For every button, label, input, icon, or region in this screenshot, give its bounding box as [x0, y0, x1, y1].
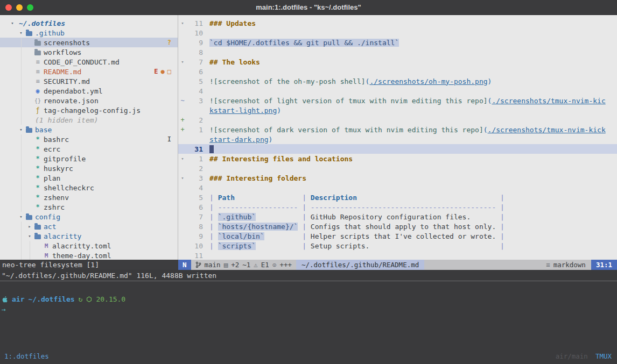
editor-line[interactable]: 5![screenshot of the oh-my-posh shell](.…: [178, 76, 617, 86]
tree-item-dotfiles[interactable]: ▾~/.dotfiles: [0, 18, 178, 28]
indent-guide: [9, 154, 17, 163]
tree-item-label: zshenv: [44, 194, 69, 202]
tree-item-badges: E●□: [154, 68, 171, 75]
dependabot-icon: ◉: [33, 87, 42, 95]
tree-item-label: config: [35, 213, 60, 221]
editor-line[interactable]: 9| `local/bin` | Helper scripts that I'v…: [178, 231, 617, 241]
line-segment: ![screenshot of dark version of tmux wit…: [209, 126, 483, 134]
shell-file-icon: *: [33, 184, 42, 191]
close-button-icon[interactable]: [5, 4, 12, 11]
editor-line[interactable]: ~3![screenshot of light version of tmux …: [178, 96, 617, 105]
editor-line[interactable]: ▾1## Interesting files and locations: [178, 154, 617, 163]
git-branch-icon: [195, 261, 201, 268]
line-segment: (: [483, 126, 488, 134]
expander-arrow-icon[interactable]: ▾: [17, 30, 25, 35]
editor-line[interactable]: 11: [178, 251, 617, 260]
editor-line[interactable]: 6| ------------------- | ---------------…: [178, 202, 617, 212]
editor-line[interactable]: 2: [178, 163, 617, 173]
shell-pane[interactable]: air ~/.dotfiles ↻ 20.15.0 →: [0, 282, 617, 350]
tree-item-github[interactable]: ▾.github: [0, 28, 178, 38]
editor-line[interactable]: ▾7## The looks: [178, 57, 617, 67]
tree-item-security-md[interactable]: ≡SECURITY.md: [0, 76, 178, 86]
line-number: 2: [187, 165, 203, 173]
tree-item-plan[interactable]: *plan: [0, 173, 178, 183]
editor-line[interactable]: 8| `hosts/{hostname}/` | Configs that sh…: [178, 222, 617, 231]
gutter-sign-icon: ~: [178, 97, 187, 104]
editor-line[interactable]: 4: [178, 86, 617, 96]
line-number: 7: [187, 58, 203, 66]
editor-line[interactable]: 9`cd $HOME/.dotfiles && git pull && ./in…: [178, 38, 617, 47]
editor-line[interactable]: ▾3### Interesting folders: [178, 173, 617, 183]
shell-file-icon: *: [33, 194, 42, 201]
tree-item-label: base: [35, 126, 52, 134]
tree-item-gitprofile[interactable]: *gitprofile: [0, 154, 178, 163]
tree-item-screenshots[interactable]: screenshots?: [0, 38, 178, 47]
diff-changed-count: ~1: [242, 261, 250, 269]
expander-arrow-icon[interactable]: ▾: [17, 127, 25, 132]
tree-item-alacritty-toml[interactable]: Malacritty.toml: [0, 241, 178, 251]
tmux-right-segment: air/main TMUX: [556, 352, 612, 360]
line-text: ![screenshot of dark version of tmux wit…: [209, 126, 606, 134]
tree-item-renovate-json[interactable]: {}renovate.json: [0, 96, 178, 105]
tree-item-base[interactable]: ▾base: [0, 125, 178, 134]
tmux-window-name[interactable]: 1:.dotfiles: [4, 352, 49, 360]
tree-item-label: shellcheckrc: [44, 184, 94, 192]
tree-item-config[interactable]: ▾config: [0, 212, 178, 222]
tree-item-dependabot-yml[interactable]: ◉dependabot.yml: [0, 86, 178, 96]
git-branch-name: main: [205, 261, 221, 269]
editor-line[interactable]: ▾11### Updates: [178, 18, 617, 28]
editor-pane[interactable]: ▾11### Updates109`cd $HOME/.dotfiles && …: [178, 15, 617, 260]
line-segment: |: [357, 194, 504, 202]
expander-arrow-icon[interactable]: ▸: [26, 224, 33, 229]
editor-line[interactable]: start-dark.png): [178, 134, 617, 144]
tree-item-1-hidden-item[interactable]: (1 hidden item): [0, 115, 178, 125]
editor-line[interactable]: 6: [178, 67, 617, 76]
editor-line[interactable]: kstart-light.png): [178, 105, 617, 115]
editor-line[interactable]: +2: [178, 115, 617, 125]
editor-line[interactable]: 10| `scripts` | Setup scripts. |: [178, 241, 617, 251]
editor-cursor-line[interactable]: 31: [178, 144, 617, 154]
tree-item-huskyrc[interactable]: *huskyrc: [0, 163, 178, 173]
tree-item-readme-md[interactable]: ≡README.mdE●□: [0, 67, 178, 76]
tree-item-zshenv[interactable]: *zshenv: [0, 192, 178, 202]
expander-arrow-icon[interactable]: ▾: [17, 214, 25, 219]
tree-item-zshrc[interactable]: *zshrc: [0, 202, 178, 212]
editor-line[interactable]: 7| `.github` | GitHub Repository configu…: [178, 212, 617, 222]
indent-guide: [17, 134, 26, 144]
expander-arrow-icon[interactable]: ▾: [26, 233, 33, 239]
tree-item-code-of-conduct-md[interactable]: ≡CODE_OF_CONDUCT.md: [0, 57, 178, 67]
folder-icon: [33, 233, 42, 239]
tree-item-tag-changelog-config-js[interactable]: ƒtag-changelog-config.js: [0, 105, 178, 115]
expander-arrow-icon[interactable]: ▾: [9, 20, 16, 26]
shell-file-icon: *: [33, 203, 42, 211]
line-number: 9: [187, 39, 203, 47]
indent-guide: [17, 47, 26, 57]
editor-line[interactable]: 5| Path | Description |: [178, 192, 617, 202]
editor-line[interactable]: 10: [178, 28, 617, 38]
prompt-arrow: →: [2, 305, 6, 313]
shell-input-line[interactable]: →: [2, 304, 617, 315]
titlebar[interactable]: main:1:.dotfiles - "ks~/.dotfiles": [0, 0, 617, 15]
tree-item-act[interactable]: ▸act: [0, 222, 178, 231]
line-segment: kstart-light.png: [209, 106, 277, 115]
editor-line[interactable]: 4: [178, 183, 617, 192]
indent-guide: [17, 173, 26, 183]
line-text: [209, 145, 214, 153]
tree-item-theme-day-toml[interactable]: Mtheme-day.toml: [0, 251, 178, 260]
tree-item-workflows[interactable]: workflows: [0, 47, 178, 57]
tree-item-label: ~/.dotfiles: [19, 19, 65, 27]
tree-item-ecrc[interactable]: *ecrc: [0, 144, 178, 154]
statusline-filename: ~/.dotfiles/.github/README.md: [296, 260, 424, 270]
minimize-button-icon[interactable]: [16, 4, 23, 11]
tree-item-label: README.md: [44, 68, 81, 76]
editor-line[interactable]: 8: [178, 47, 617, 57]
zoom-button-icon[interactable]: [27, 4, 33, 11]
editor-line[interactable]: +1![screenshot of dark version of tmux w…: [178, 125, 617, 134]
neo-tree-panel[interactable]: ▾~/.dotfiles▾.githubscreenshots?workflow…: [0, 15, 178, 260]
tree-item-alacritty[interactable]: ▾alacritty: [0, 231, 178, 241]
indent-guide: [9, 241, 17, 251]
diagnostic-error-badge: E: [154, 68, 158, 75]
line-text: ## Interesting files and locations: [209, 155, 353, 163]
tree-item-bashrc[interactable]: *bashrcI: [0, 134, 178, 144]
tree-item-shellcheckrc[interactable]: *shellcheckrc: [0, 183, 178, 192]
